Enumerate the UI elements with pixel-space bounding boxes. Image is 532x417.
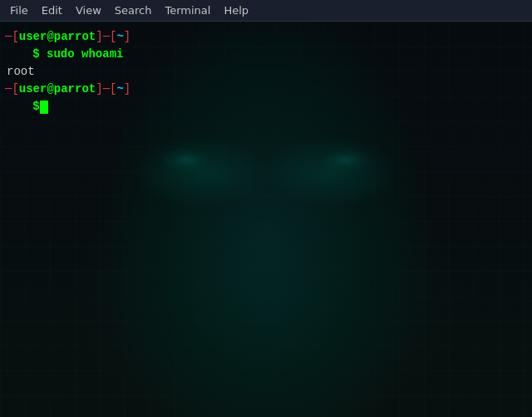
prompt-prefix-1: ─[ <box>5 28 19 46</box>
prompt-close-2: ] <box>124 81 131 98</box>
menu-file[interactable]: File <box>3 2 35 18</box>
prompt-close-1: ] <box>124 28 131 46</box>
dollar-sign-1: $ <box>32 46 39 63</box>
user-host-2: user@parrot <box>19 81 96 98</box>
terminal-cursor <box>40 101 48 114</box>
prompt-line-2: ─[user@parrot]─[~] <box>5 81 527 98</box>
command-text-1: sudo whoami <box>40 46 124 63</box>
menu-search[interactable]: Search <box>108 2 159 18</box>
output-line-1: root <box>5 63 527 81</box>
dollar-2 <box>8 98 29 115</box>
terminal-window[interactable]: ─[user@parrot]─[~] $ sudo whoami root ─[… <box>0 22 532 417</box>
input-line[interactable]: $ <box>5 98 527 115</box>
prompt-path-2: ~ <box>116 81 123 98</box>
menu-edit[interactable]: Edit <box>35 2 69 18</box>
dollar-sign-2: $ <box>32 98 39 115</box>
prompt-middle-2: ]─[ <box>96 81 116 98</box>
prompt-middle-1: ]─[ <box>96 28 116 46</box>
menu-terminal[interactable]: Terminal <box>158 2 217 18</box>
prompt-prefix-2: ─[ <box>5 81 19 98</box>
dollar-1 <box>8 46 29 63</box>
menu-view[interactable]: View <box>69 2 108 18</box>
user-host-1: user@parrot <box>19 28 96 46</box>
terminal-content: ─[user@parrot]─[~] $ sudo whoami root ─[… <box>0 22 532 122</box>
command-line-1: $ sudo whoami <box>5 46 527 63</box>
menu-bar: File Edit View Search Terminal Help <box>0 0 532 22</box>
prompt-line-1: ─[user@parrot]─[~] <box>5 28 527 46</box>
prompt-path-1: ~ <box>116 28 123 46</box>
menu-help[interactable]: Help <box>217 2 255 18</box>
